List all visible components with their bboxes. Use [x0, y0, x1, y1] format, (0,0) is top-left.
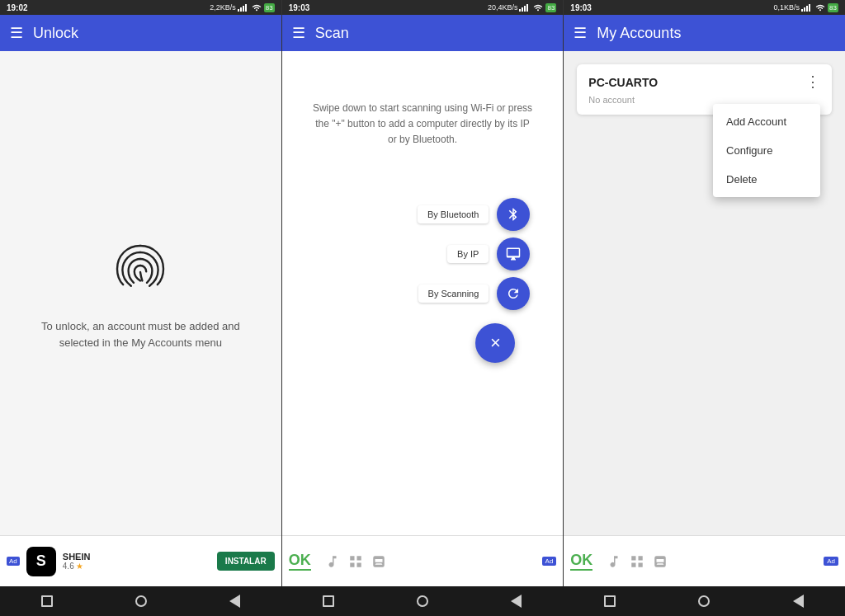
- film-icon-2: [371, 554, 387, 569]
- fingerprint-container: To unlock, an account must be added and …: [13, 236, 268, 350]
- scan-content: Swipe down to start scanning using Wi-Fi…: [282, 51, 564, 535]
- square-nav-icon-2: [323, 595, 334, 607]
- svg-rect-7: [524, 6, 526, 12]
- svg-rect-3: [245, 4, 247, 12]
- unlock-text: To unlock, an account must be added and …: [13, 318, 268, 350]
- fab-btn-scanning[interactable]: [497, 277, 530, 310]
- ad-text-1: SHEIN 4.6 ★: [63, 552, 210, 571]
- fab-row-bluetooth: By Bluetooth: [418, 198, 530, 231]
- signal-icon-1: [238, 3, 249, 12]
- app-bar-2: ☰ Scan: [282, 15, 564, 51]
- grid-icon-2: [347, 554, 364, 569]
- wifi-icon-2: [532, 3, 544, 12]
- status-icons-1: 2,2KB/s 83: [210, 3, 274, 12]
- battery-3: 83: [828, 3, 838, 12]
- film-icon-3: [652, 554, 668, 569]
- speed-1: 2,2KB/s: [210, 3, 236, 12]
- ad-banner-3: OK Ad: [564, 535, 845, 586]
- battery-1: 83: [264, 3, 275, 12]
- nav-home-btn-1[interactable]: [133, 593, 149, 609]
- fab-btn-ip[interactable]: [497, 237, 530, 270]
- scan-instruction: Swipe down to start scanning using Wi-Fi…: [295, 101, 550, 148]
- nav-recent-btn-3[interactable]: [790, 593, 806, 609]
- three-dots-btn[interactable]: ⋮: [805, 73, 820, 90]
- music-icon-3: [606, 554, 622, 569]
- dropdown-delete[interactable]: Delete: [713, 165, 820, 194]
- fab-label-bluetooth: By Bluetooth: [418, 205, 489, 223]
- triangle-nav-icon-3: [793, 595, 804, 608]
- triangle-nav-icon-1: [229, 595, 240, 608]
- ad-label-2: Ad: [542, 557, 557, 566]
- fingerprint-icon: [107, 236, 173, 302]
- grid-icon-3: [629, 554, 645, 569]
- svg-rect-8: [526, 4, 528, 12]
- time-3: 19:03: [570, 3, 592, 12]
- fab-btn-bluetooth[interactable]: [497, 198, 530, 231]
- menu-icon-3[interactable]: ☰: [574, 24, 587, 42]
- unlock-content: To unlock, an account must be added and …: [0, 51, 281, 535]
- accounts-content: PC-CUARTO ⋮ Add Account Configure Delete…: [564, 51, 845, 535]
- ad-banner-1: Ad S SHEIN 4.6 ★ INSTALAR: [0, 535, 281, 586]
- svg-point-4: [256, 9, 257, 11]
- account-dropdown-menu: Add Account Configure Delete: [713, 104, 820, 197]
- circle-nav-icon-2: [417, 595, 428, 607]
- svg-point-9: [537, 9, 539, 11]
- svg-rect-1: [240, 7, 242, 12]
- account-menu-wrapper: ⋮ Add Account Configure Delete: [805, 74, 820, 90]
- circle-nav-icon-3: [698, 595, 710, 607]
- ad-app-name-1: SHEIN: [63, 552, 210, 562]
- speed-2: 20,4KB/s: [488, 3, 518, 12]
- account-card-header: PC-CUARTO ⋮ Add Account Configure Delete: [588, 74, 820, 90]
- bottom-nav: [0, 586, 845, 616]
- monitor-icon: [506, 247, 521, 261]
- refresh-icon: [506, 286, 521, 301]
- scan-screen: 19:03 20,4KB/s 83 ☰ Scan: [282, 0, 564, 586]
- ok-label-2[interactable]: OK: [289, 552, 311, 571]
- nav-back-btn-2[interactable]: [320, 593, 337, 609]
- ad-install-btn-1[interactable]: INSTALAR: [217, 552, 275, 571]
- speed-3: 0,1KB/s: [774, 3, 800, 12]
- ok-label-3[interactable]: OK: [570, 552, 592, 571]
- ad-media-icons-2: [324, 554, 387, 569]
- nav-home-btn-3[interactable]: [696, 593, 712, 609]
- fab-row-ip: By IP: [447, 237, 530, 270]
- nav-back-btn-1[interactable]: [39, 593, 55, 609]
- svg-rect-12: [806, 6, 808, 12]
- app-bar-1: ☰ Unlock: [0, 15, 281, 51]
- nav-recent-btn-1[interactable]: [226, 593, 243, 609]
- circle-nav-icon-1: [135, 595, 147, 607]
- account-card-title: PC-CUARTO: [588, 76, 658, 89]
- svg-rect-13: [809, 4, 810, 12]
- my-accounts-screen: 19:03 0,1KB/s 83 ☰ My Accounts: [564, 0, 845, 586]
- time-2: 19:03: [289, 3, 310, 12]
- menu-icon-1[interactable]: ☰: [10, 24, 23, 42]
- time-1: 19:02: [7, 3, 28, 12]
- square-nav-icon-1: [41, 595, 53, 607]
- svg-rect-5: [519, 9, 521, 12]
- status-bar-1: 19:02 2,2KB/s 83: [0, 0, 281, 15]
- nav-recent-btn-2[interactable]: [508, 593, 525, 609]
- fab-close-btn[interactable]: ×: [475, 323, 515, 363]
- signal-icon-2: [519, 3, 531, 12]
- ad-rating-1: 4.6 ★: [63, 562, 210, 571]
- dropdown-configure[interactable]: Configure: [713, 136, 820, 165]
- nav-back-btn-3[interactable]: [602, 593, 618, 609]
- fab-label-ip: By IP: [447, 245, 489, 263]
- unlock-screen: 19:02 2,2KB/s 83 ☰ Unloc: [0, 0, 282, 586]
- fab-menu: By Bluetooth By IP: [295, 198, 550, 363]
- app-title-3: My Accounts: [597, 25, 681, 42]
- dropdown-add-account[interactable]: Add Account: [713, 107, 820, 136]
- signal-icon-3: [801, 3, 813, 12]
- fab-row-scanning: By Scanning: [418, 277, 531, 310]
- app-title-2: Scan: [315, 25, 349, 42]
- ad-media-icons-3: [606, 554, 668, 569]
- svg-rect-0: [238, 9, 239, 12]
- svg-point-14: [819, 9, 821, 11]
- nav-home-btn-2[interactable]: [414, 593, 431, 609]
- ad-icon-1: S: [26, 547, 56, 576]
- status-bar-3: 19:03 0,1KB/s 83: [564, 0, 845, 15]
- menu-icon-2[interactable]: ☰: [292, 24, 305, 42]
- account-card: PC-CUARTO ⋮ Add Account Configure Delete…: [577, 64, 832, 115]
- triangle-nav-icon-2: [511, 595, 522, 608]
- music-icon-2: [324, 554, 341, 569]
